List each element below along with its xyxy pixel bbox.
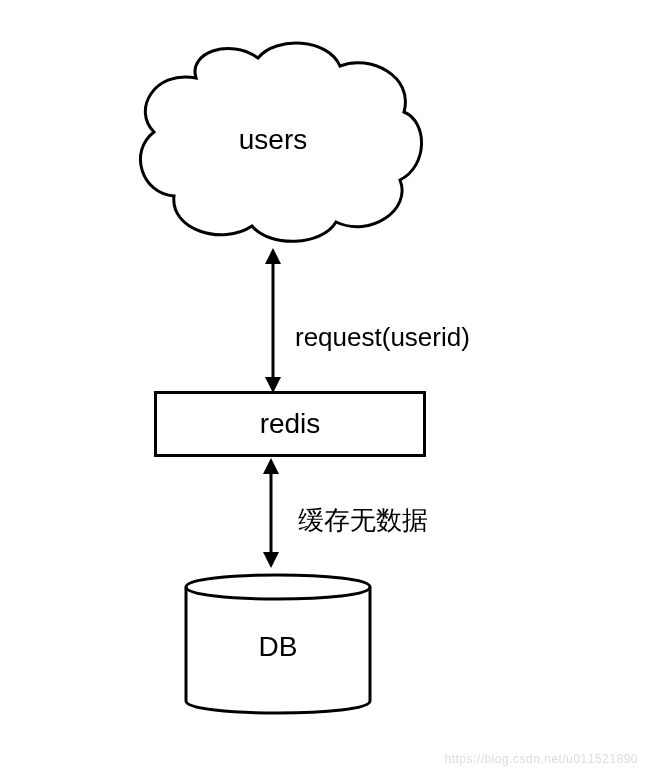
users-label: users <box>239 124 307 156</box>
cache-miss-label: 缓存无数据 <box>298 503 428 538</box>
arrow-redis-db <box>256 458 286 568</box>
users-cloud-node: users <box>118 30 428 250</box>
double-arrow-icon <box>258 248 288 393</box>
architecture-diagram: users request(userid) redis 缓存无数据 DB htt… <box>0 0 646 774</box>
arrow-users-redis <box>258 248 288 393</box>
redis-node: redis <box>154 391 426 457</box>
double-arrow-icon <box>256 458 286 568</box>
request-label: request(userid) <box>295 322 470 353</box>
svg-marker-4 <box>263 458 279 474</box>
redis-label: redis <box>260 408 321 440</box>
svg-marker-5 <box>263 552 279 568</box>
db-node: DB <box>182 567 374 721</box>
svg-marker-1 <box>265 248 281 264</box>
watermark-text: https://blog.csdn.net/u011521890 <box>445 752 638 766</box>
db-label: DB <box>259 631 298 663</box>
